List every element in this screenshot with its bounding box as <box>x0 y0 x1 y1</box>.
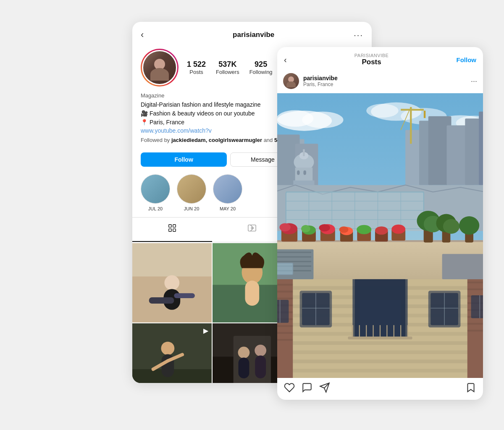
svg-rect-176 <box>277 261 311 262</box>
svg-rect-163 <box>467 288 483 290</box>
svg-rect-37 <box>255 355 266 378</box>
post-actions-row <box>277 378 483 400</box>
svg-rect-71 <box>297 170 300 175</box>
svg-rect-174 <box>277 252 311 253</box>
svg-rect-170 <box>471 295 483 318</box>
post-detail-title-group: PARISIANVIBE Posts <box>354 53 389 66</box>
svg-point-48 <box>302 112 343 128</box>
stat-following[interactable]: 925 Following <box>249 60 273 75</box>
svg-point-27 <box>161 341 175 355</box>
svg-rect-179 <box>277 263 293 275</box>
profile-header: ‹ parisianvibe ··· <box>132 22 372 45</box>
post-actions-left <box>284 382 330 396</box>
svg-rect-169 <box>467 330 483 331</box>
followers-label: Followers <box>216 69 239 75</box>
story-item-3[interactable]: MAY 20 <box>213 174 242 211</box>
svg-point-9 <box>164 275 179 290</box>
grid-icon <box>168 223 177 235</box>
svg-rect-151 <box>277 298 293 299</box>
svg-rect-11 <box>149 297 174 304</box>
svg-rect-157 <box>277 339 293 341</box>
svg-rect-125 <box>291 369 470 372</box>
followed-by-suffix: and <box>262 137 274 143</box>
posts-count: 1 522 <box>187 60 206 69</box>
svg-rect-160 <box>467 268 483 378</box>
post-user-row: parisianvibe Paris, France ··· <box>277 69 483 93</box>
followed-by-prefix: Followed by <box>141 137 171 143</box>
svg-point-102 <box>357 225 371 234</box>
post-detail-account: PARISIANVIBE <box>354 53 389 58</box>
video-play-icon: ▶ <box>203 327 208 335</box>
svg-rect-2 <box>169 229 171 231</box>
svg-rect-35 <box>238 357 249 378</box>
svg-rect-156 <box>277 332 293 334</box>
svg-rect-155 <box>277 325 293 327</box>
svg-rect-63 <box>424 111 425 118</box>
svg-rect-149 <box>277 284 293 286</box>
like-button[interactable] <box>284 382 295 396</box>
svg-point-34 <box>238 346 249 358</box>
svg-rect-168 <box>467 323 483 325</box>
svg-point-97 <box>319 224 330 231</box>
svg-point-50 <box>366 104 399 118</box>
story-item-2[interactable]: JUN 20 <box>177 174 206 211</box>
bookmark-button[interactable] <box>465 382 476 396</box>
followed-by-names: jackiediedam, coolgirlswearmugler <box>171 137 262 143</box>
post-detail-title: Posts <box>354 58 389 66</box>
svg-rect-4 <box>248 225 256 231</box>
svg-rect-3 <box>173 229 176 231</box>
story-label-3: MAY 20 <box>220 206 236 211</box>
post-detail-follow-button[interactable]: Follow <box>457 56 477 63</box>
svg-rect-0 <box>169 225 171 227</box>
svg-rect-158 <box>277 300 289 323</box>
post-detail-card: ‹ PARISIANVIBE Posts Follow parisianvibe… <box>277 47 483 400</box>
stat-followers[interactable]: 537K Followers <box>216 60 239 75</box>
story-circle-1 <box>141 174 170 204</box>
svg-point-114 <box>459 216 479 235</box>
post-detail-back-button[interactable]: ‹ <box>284 55 287 65</box>
post-image <box>277 93 483 378</box>
profile-username: parisianvibe <box>233 31 274 39</box>
svg-rect-74 <box>303 149 304 156</box>
story-label-2: JUN 20 <box>184 206 200 211</box>
svg-rect-123 <box>291 350 470 354</box>
story-label-1: JUL 20 <box>148 206 163 211</box>
following-label: Following <box>249 69 273 75</box>
grid-post-4[interactable]: ▶ <box>132 323 212 383</box>
post-more-options-button[interactable]: ··· <box>471 77 477 86</box>
comment-button[interactable] <box>302 382 312 396</box>
svg-rect-59 <box>479 112 483 185</box>
back-button[interactable]: ‹ <box>141 29 153 40</box>
svg-rect-175 <box>277 256 311 257</box>
svg-rect-173 <box>442 254 483 279</box>
svg-rect-162 <box>467 281 483 283</box>
posts-label: Posts <box>189 69 203 75</box>
grid-post-1[interactable] <box>132 243 212 322</box>
svg-rect-150 <box>277 291 293 292</box>
follow-button[interactable]: Follow <box>141 152 227 167</box>
stat-posts[interactable]: 1 522 Posts <box>187 60 206 75</box>
scene: ‹ parisianvibe ··· 1 522 Posts 537K Foll… <box>21 22 483 408</box>
post-user-location: Paris, France <box>303 81 467 87</box>
share-button[interactable] <box>319 382 330 396</box>
story-circle-2 <box>177 174 206 204</box>
tab-grid[interactable] <box>132 218 212 242</box>
bio-link[interactable]: www.youtube.com/watch?v <box>141 127 212 134</box>
svg-rect-16 <box>245 281 259 306</box>
svg-rect-122 <box>291 341 470 345</box>
post-detail-header: ‹ PARISIANVIBE Posts Follow <box>277 47 483 69</box>
svg-point-106 <box>391 225 405 234</box>
svg-point-94 <box>301 225 310 232</box>
svg-point-104 <box>375 226 388 235</box>
more-options-button[interactable]: ··· <box>354 30 363 40</box>
svg-point-5 <box>251 227 253 229</box>
svg-rect-60 <box>410 107 412 144</box>
avatar <box>142 50 177 85</box>
svg-rect-124 <box>291 359 470 363</box>
story-item-1[interactable]: JUL 20 <box>141 174 170 211</box>
avatar-image <box>143 51 176 84</box>
avatar-ring <box>141 49 178 87</box>
svg-rect-1 <box>173 225 176 227</box>
svg-point-36 <box>255 344 266 356</box>
followers-count: 537K <box>218 60 236 69</box>
